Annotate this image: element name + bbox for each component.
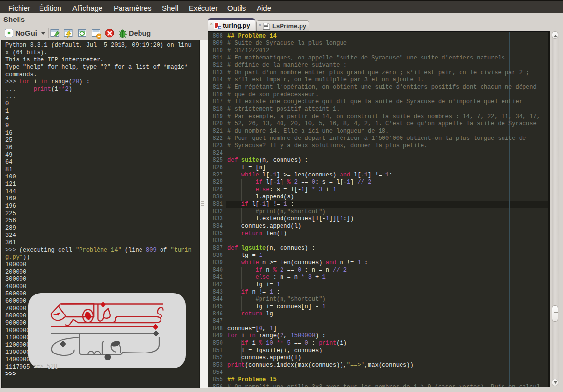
svg-text:NoGui: NoGui (15, 29, 37, 37)
svg-text:Debug: Debug (129, 29, 151, 37)
